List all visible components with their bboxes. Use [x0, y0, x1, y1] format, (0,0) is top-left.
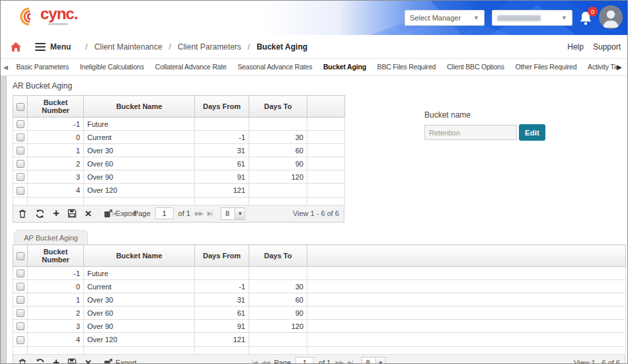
table-row[interactable]: 2 Over 60 61 90: [13, 157, 345, 170]
row-checkbox[interactable]: [13, 267, 28, 280]
table-row[interactable]: 4 Over 120 121: [13, 333, 626, 346]
row-checkbox[interactable]: [13, 320, 28, 333]
col-bucket-name[interactable]: Bucket Name: [84, 96, 195, 118]
table-row[interactable]: -1 Future: [13, 118, 345, 131]
tab-seasonal-advance-rates[interactable]: Seasonal Advance Rates: [237, 59, 312, 76]
export-button[interactable]: Export: [104, 358, 137, 364]
first-page-icon[interactable]: |◀: [112, 210, 116, 217]
edit-button[interactable]: Edit: [519, 124, 545, 141]
tabs-scroll-right-icon[interactable]: ▶: [617, 59, 627, 75]
refresh-button[interactable]: [35, 209, 45, 219]
delete-row-button[interactable]: [18, 209, 27, 219]
delete-row-button[interactable]: [18, 358, 27, 364]
cell-bucket-name: Over 30: [84, 144, 195, 157]
cell-days-from: 91: [195, 170, 249, 184]
cancel-button[interactable]: ✕: [85, 358, 92, 364]
cell-days-to: 60: [249, 144, 307, 157]
checkbox-icon: [17, 270, 24, 277]
cell-days-from: [195, 267, 249, 280]
breadcrumb-client-parameters[interactable]: Client Parameters: [178, 42, 241, 52]
breadcrumb-separator: /: [248, 42, 250, 52]
row-checkbox[interactable]: [13, 157, 28, 170]
last-page-icon[interactable]: ▶|: [208, 210, 212, 217]
cell-bucket-number: 4: [28, 184, 84, 197]
row-checkbox[interactable]: [13, 293, 28, 307]
first-page-icon[interactable]: |◀: [252, 359, 256, 364]
col-days-to[interactable]: Days To: [249, 245, 307, 267]
page-input[interactable]: [295, 357, 314, 364]
tab-client-bbc-options[interactable]: Client BBC Options: [447, 59, 504, 76]
col-bucket-number[interactable]: Bucket Number: [28, 245, 84, 267]
add-row-button[interactable]: +: [53, 209, 59, 218]
breadcrumb-separator: /: [85, 42, 87, 52]
breadcrumb-client-maintenance[interactable]: Client Maintenance: [95, 42, 163, 52]
user-avatar[interactable]: [599, 5, 623, 29]
support-link[interactable]: Support: [593, 42, 621, 52]
page-size-select[interactable]: 8 ▼: [362, 357, 386, 364]
page-size-select[interactable]: 8 ▼: [221, 207, 245, 220]
table-row[interactable]: 2 Over 60 61 90: [13, 307, 626, 320]
tab-ineligible-calculations[interactable]: Ineligible Calculations: [80, 59, 144, 76]
prev-page-icon[interactable]: ◀◀: [262, 359, 270, 364]
tab-bbc-files-required[interactable]: BBC Files Required: [377, 59, 436, 76]
row-checkbox[interactable]: [13, 333, 28, 346]
row-checkbox[interactable]: [13, 280, 28, 293]
table-row[interactable]: 0 Current -1 30: [13, 131, 345, 144]
tab-bucket-aging[interactable]: Bucket Aging: [323, 59, 366, 76]
col-days-to[interactable]: Days To: [249, 96, 307, 118]
home-icon[interactable]: [10, 42, 22, 52]
cell-bucket-name: Current: [84, 280, 195, 293]
table-row[interactable]: 4 Over 120 121: [13, 184, 345, 197]
tab-ap-bucket-aging[interactable]: AP Bucket Aging: [14, 230, 88, 244]
cell-bucket-name: Over 30: [84, 293, 195, 307]
manager-select[interactable]: Select Manager ▼: [405, 10, 485, 26]
cync-logo-swirl: [18, 5, 40, 28]
row-checkbox[interactable]: [13, 184, 28, 197]
table-row[interactable]: 3 Over 90 91 120: [13, 320, 626, 333]
row-checkbox[interactable]: [13, 307, 28, 320]
table-row[interactable]: 1 Over 30 31 60: [13, 293, 626, 307]
table-row[interactable]: -1 Future: [13, 267, 626, 280]
cell-days-from: 31: [195, 144, 249, 157]
menu-icon[interactable]: [35, 43, 46, 51]
account-select[interactable]: ▼: [492, 10, 572, 26]
add-row-button[interactable]: +: [53, 358, 59, 364]
save-button[interactable]: [67, 358, 77, 364]
cell-filler: [307, 293, 626, 307]
next-page-icon[interactable]: ▶▶: [195, 210, 203, 217]
cell-days-from: 121: [195, 184, 249, 197]
prev-page-icon[interactable]: ◀◀: [121, 210, 129, 217]
refresh-button[interactable]: [35, 358, 45, 364]
cell-bucket-number: 0: [28, 131, 84, 144]
cell-filler: [307, 118, 345, 131]
select-all-checkbox[interactable]: [13, 245, 28, 267]
select-all-checkbox[interactable]: [13, 96, 28, 118]
save-button[interactable]: [67, 209, 77, 218]
next-page-icon[interactable]: ▶▶: [335, 359, 343, 364]
col-days-from[interactable]: Days From: [195, 245, 249, 267]
page-input[interactable]: [155, 207, 174, 219]
tab-other-files-required[interactable]: Other Files Required: [515, 59, 576, 76]
tab-collateral-advance-rate[interactable]: Collateral Advance Rate: [155, 59, 227, 76]
last-page-icon[interactable]: ▶|: [348, 359, 352, 364]
row-checkbox[interactable]: [13, 131, 28, 144]
table-row[interactable]: 1 Over 30 31 60: [13, 144, 345, 157]
table-row[interactable]: 0 Current -1 30: [13, 280, 626, 293]
notifications-button[interactable]: 0: [578, 11, 598, 30]
table-row[interactable]: 3 Over 90 91 120: [13, 170, 345, 184]
col-bucket-number[interactable]: Bucket Number: [28, 96, 84, 118]
cancel-button[interactable]: ✕: [85, 209, 92, 219]
ar-view-info: View 1 - 6 of 6: [293, 209, 339, 217]
ap-grid-toolbar: + ✕ Export |◀: [13, 355, 625, 364]
menu-button[interactable]: Menu: [50, 42, 71, 52]
cync-logo: cync.: [18, 5, 68, 28]
bucket-name-input[interactable]: [424, 125, 517, 140]
tab-basic-parameters[interactable]: Basic Parameters: [16, 59, 69, 76]
row-checkbox[interactable]: [13, 118, 28, 131]
row-checkbox[interactable]: [13, 144, 28, 157]
col-bucket-name[interactable]: Bucket Name: [84, 245, 195, 267]
help-link[interactable]: Help: [567, 42, 584, 52]
row-checkbox[interactable]: [13, 170, 28, 184]
tabs-scroll-left-icon[interactable]: ◀: [3, 64, 8, 71]
col-days-from[interactable]: Days From: [195, 96, 249, 118]
